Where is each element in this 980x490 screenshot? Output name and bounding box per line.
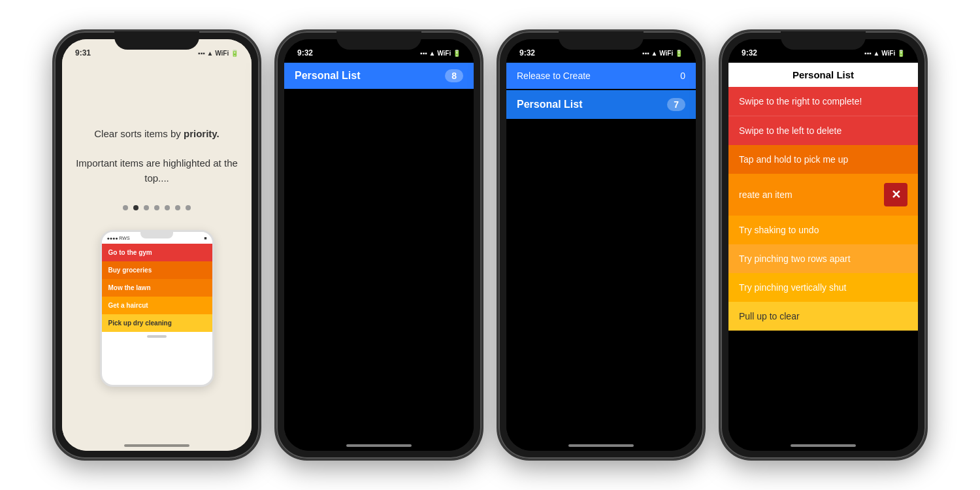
home-indicator-1 <box>124 444 189 447</box>
instruction-label-6: Try pinching two rows apart <box>739 253 851 264</box>
status-icons-2: ▪▪▪ ▲ WiFi 🔋 <box>420 50 461 57</box>
time-1: 9:31 <box>75 48 91 57</box>
instruction-pinch-apart: Try pinching two rows apart <box>728 244 918 273</box>
phone4-content <box>728 331 918 451</box>
mini-item-5: Pick up dry cleaning <box>102 314 212 332</box>
instruction-pinch-shut: Try pinching vertically shut <box>728 273 918 302</box>
notch-4 <box>781 31 866 50</box>
mini-item-1: Go to the gym <box>102 244 212 261</box>
mini-home-btn <box>147 335 167 338</box>
onboarding-headline: Clear sorts items by priority. <box>94 128 219 139</box>
mini-notch <box>140 232 173 238</box>
phone-3: 9:32 ▪▪▪ ▲ WiFi 🔋 Release to Create 0 Pe… <box>497 29 706 461</box>
instruction-pull-up: Pull up to clear <box>728 302 918 331</box>
dot-7 <box>186 205 191 210</box>
nav-badge-2: 8 <box>445 69 463 82</box>
instruction-tap-hold: Tap and hold to pick me up <box>728 145 918 174</box>
priority-bold: priority. <box>184 128 220 139</box>
dot-3 <box>144 205 149 210</box>
nav-title-2: Personal List <box>295 70 360 82</box>
mini-carrier: ●●●● RWS <box>107 236 130 240</box>
notch-1 <box>114 31 199 50</box>
release-num: 0 <box>680 71 685 81</box>
status-icons-1: ▪▪▪ ▲ WiFi 🔋 <box>198 50 238 57</box>
mini-phone-mockup: ●●●● RWS ■ Go to the gym Buy groceries M… <box>100 230 214 387</box>
instruction-label-3: Tap and hold to pick me up <box>739 154 848 165</box>
status-icons-4: ▪▪▪ ▲ WiFi 🔋 <box>864 50 905 57</box>
instruction-label-7: Try pinching vertically shut <box>739 282 846 293</box>
delete-x-button[interactable]: ✕ <box>884 183 907 206</box>
phone3-content <box>506 119 696 451</box>
dot-6 <box>175 205 180 210</box>
instruction-swipe-left: Swipe to the left to delete <box>728 116 918 145</box>
mini-item-4: Get a haircut <box>102 297 212 314</box>
time-2: 9:32 <box>297 48 313 57</box>
dot-2 <box>133 205 139 210</box>
personal-title: Personal List <box>517 99 582 110</box>
time-3: 9:32 <box>519 48 535 57</box>
release-text: Release to Create <box>517 71 591 81</box>
time-4: 9:32 <box>742 48 757 57</box>
phone-4: 9:32 ▪▪▪ ▲ WiFi 🔋 Personal List Swipe to… <box>719 29 928 461</box>
page-dots <box>123 205 191 210</box>
dot-5 <box>165 205 170 210</box>
instruction-label-5: Try shaking to undo <box>739 225 819 235</box>
notch-3 <box>559 31 644 50</box>
instruction-label-2: Swipe to the left to delete <box>739 125 841 136</box>
phones-container: 9:31 ▪▪▪ ▲ WiFi 🔋 Clear sorts items by p… <box>39 16 941 474</box>
mini-item-2: Buy groceries <box>102 261 212 279</box>
onboarding-subtext: Important items are highlighted at the t… <box>76 157 238 184</box>
release-bar: Release to Create 0 <box>506 63 696 89</box>
instructions-title: Personal List <box>792 69 854 80</box>
dot-1 <box>123 205 128 210</box>
mini-battery: ■ <box>204 236 206 240</box>
onboarding-text: Clear sorts items by priority. Important… <box>75 127 238 186</box>
instruction-label-4: reate an item <box>739 189 792 200</box>
home-indicator-2 <box>346 444 412 447</box>
home-indicator-3 <box>568 444 634 447</box>
phone-1: 9:31 ▪▪▪ ▲ WiFi 🔋 Clear sorts items by p… <box>52 29 261 461</box>
phone1-content: Clear sorts items by priority. Important… <box>62 63 252 451</box>
mini-item-3: Mow the lawn <box>102 279 212 297</box>
personal-num: 7 <box>667 98 685 111</box>
instruction-label-8: Pull up to clear <box>739 311 800 321</box>
instruction-swipe-right: Swipe to the right to complete! <box>728 87 918 116</box>
phone2-content <box>284 89 474 451</box>
status-icons-3: ▪▪▪ ▲ WiFi 🔋 <box>642 50 683 57</box>
phone-2: 9:32 ▪▪▪ ▲ WiFi 🔋 Personal List 8 <box>274 29 483 461</box>
instruction-shake: Try shaking to undo <box>728 216 918 244</box>
nav-bar-2: Personal List 8 <box>284 63 474 89</box>
instruction-create: reate an item ✕ <box>728 174 918 216</box>
instruction-label-1: Swipe to the right to complete! <box>739 96 862 106</box>
home-indicator-4 <box>791 444 856 447</box>
personal-bar: Personal List 7 <box>506 90 696 119</box>
dot-4 <box>154 205 159 210</box>
notch-2 <box>336 31 421 50</box>
instructions-header: Personal List <box>728 63 918 87</box>
